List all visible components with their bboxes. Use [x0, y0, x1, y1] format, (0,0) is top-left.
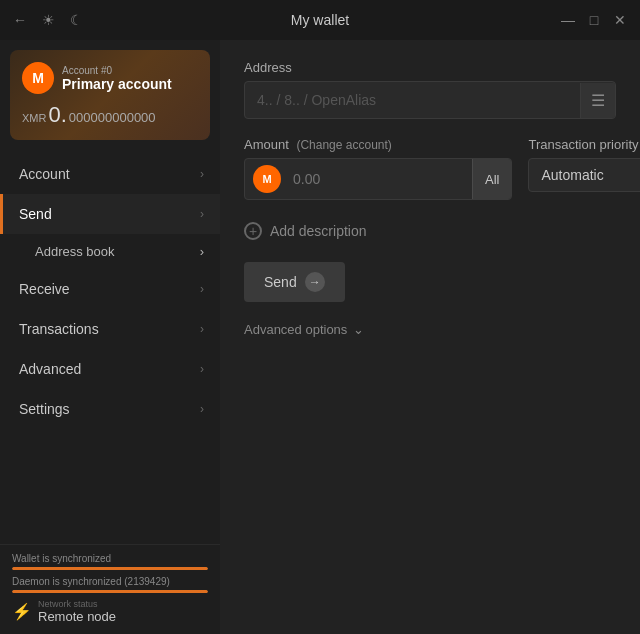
network-info: Network status Remote node — [38, 599, 116, 624]
moon-icon[interactable]: ☾ — [68, 12, 84, 28]
amount-label: Amount (Change account) — [244, 137, 512, 152]
network-status: ⚡ Network status Remote node — [12, 599, 208, 624]
address-input-wrapper: ☰ — [244, 81, 616, 119]
advanced-options-toggle[interactable]: Advanced options ⌄ — [244, 322, 616, 337]
sidebar-item-send[interactable]: Send › — [0, 194, 220, 234]
minimize-button[interactable]: — — [560, 12, 576, 28]
close-button[interactable]: ✕ — [612, 12, 628, 28]
main-layout: M Account #0 Primary account XMR 0. 0000… — [0, 40, 640, 634]
wallet-sync-bar-fill — [12, 567, 208, 570]
address-field-group: Address ☰ — [244, 60, 616, 119]
balance-decimal: 000000000000 — [69, 110, 156, 125]
amount-input[interactable] — [289, 161, 472, 197]
add-description-button[interactable]: + Add description — [244, 218, 616, 244]
address-input[interactable] — [245, 82, 580, 118]
advanced-options-label: Advanced options — [244, 322, 347, 337]
window-controls: — □ ✕ — [560, 12, 628, 28]
chevron-right-icon-receive: › — [200, 282, 204, 296]
account-info: Account #0 Primary account — [62, 65, 172, 92]
account-number: Account #0 — [62, 65, 172, 76]
amount-monero-icon: M — [253, 165, 281, 193]
add-icon: + — [244, 222, 262, 240]
sidebar-item-label-account: Account — [19, 166, 70, 182]
nav-items: Account › Send › Address book › Receive … — [0, 150, 220, 544]
maximize-button[interactable]: □ — [586, 12, 602, 28]
chevron-right-icon-send: › — [200, 207, 204, 221]
address-book-icon[interactable]: ☰ — [580, 83, 615, 118]
sidebar-item-label-advanced: Advanced — [19, 361, 81, 377]
balance-ticker: XMR — [22, 112, 46, 124]
amount-field-group: Amount (Change account) M All — [244, 137, 512, 200]
chevron-right-icon-tx: › — [200, 322, 204, 336]
add-description-label: Add description — [270, 223, 367, 239]
account-card[interactable]: M Account #0 Primary account XMR 0. 0000… — [10, 50, 210, 140]
chevron-right-icon-settings: › — [200, 402, 204, 416]
account-name: Primary account — [62, 76, 172, 92]
chevron-down-icon-adv: ⌄ — [353, 322, 364, 337]
title-bar: ← ☀ ☾ My wallet — □ ✕ — [0, 0, 640, 40]
monero-logo-icon: M — [22, 62, 54, 94]
priority-label: Transaction priority — [528, 137, 640, 152]
sidebar-item-receive[interactable]: Receive › — [0, 269, 220, 309]
amount-input-wrapper: M All — [244, 158, 512, 200]
wallet-sync-bar — [12, 567, 208, 570]
lightning-icon: ⚡ — [12, 602, 32, 621]
sidebar-footer: Wallet is synchronized Daemon is synchro… — [0, 544, 220, 634]
sidebar-item-label-send: Send — [19, 206, 52, 222]
chevron-right-icon: › — [200, 167, 204, 181]
back-icon[interactable]: ← — [12, 12, 28, 28]
address-label: Address — [244, 60, 616, 75]
send-button[interactable]: Send → — [244, 262, 345, 302]
daemon-sync-bar — [12, 590, 208, 593]
change-account-label: (Change account) — [296, 138, 391, 152]
sidebar-item-advanced[interactable]: Advanced › — [0, 349, 220, 389]
sidebar-item-label-receive: Receive — [19, 281, 70, 297]
balance-whole: 0. — [48, 102, 66, 128]
chevron-right-icon-ab: › — [200, 244, 204, 259]
priority-select[interactable]: Automatic ⌄ — [528, 158, 640, 192]
daemon-sync-item: Daemon is synchronized (2139429) — [12, 576, 208, 593]
daemon-sync-bar-fill — [12, 590, 208, 593]
sidebar-item-label-address-book: Address book — [35, 244, 115, 259]
sidebar-item-transactions[interactable]: Transactions › — [0, 309, 220, 349]
sidebar-item-label-transactions: Transactions — [19, 321, 99, 337]
priority-value: Automatic — [541, 167, 603, 183]
content-area: Address ☰ Amount (Change account) M All — [220, 40, 640, 634]
sidebar-item-address-book[interactable]: Address book › — [0, 234, 220, 269]
title-bar-left: ← ☀ ☾ — [12, 12, 84, 28]
account-balance: XMR 0. 000000000000 — [22, 102, 198, 128]
wallet-sync-label: Wallet is synchronized — [12, 553, 208, 564]
window-title: My wallet — [291, 12, 349, 28]
sidebar-item-label-settings: Settings — [19, 401, 70, 417]
chevron-right-icon-adv: › — [200, 362, 204, 376]
network-status-label: Network status — [38, 599, 116, 609]
network-status-value: Remote node — [38, 609, 116, 624]
all-button[interactable]: All — [472, 159, 511, 199]
sidebar: M Account #0 Primary account XMR 0. 0000… — [0, 40, 220, 634]
wallet-sync-item: Wallet is synchronized — [12, 553, 208, 570]
priority-field-group: Transaction priority Automatic ⌄ — [528, 137, 640, 192]
daemon-sync-label: Daemon is synchronized (2139429) — [12, 576, 208, 587]
sidebar-item-settings[interactable]: Settings › — [0, 389, 220, 429]
send-button-label: Send — [264, 274, 297, 290]
sidebar-item-account[interactable]: Account › — [0, 154, 220, 194]
amount-row: Amount (Change account) M All Transactio… — [244, 137, 616, 218]
send-arrow-icon: → — [305, 272, 325, 292]
globe-icon[interactable]: ☀ — [40, 12, 56, 28]
account-card-header: M Account #0 Primary account — [22, 62, 198, 94]
